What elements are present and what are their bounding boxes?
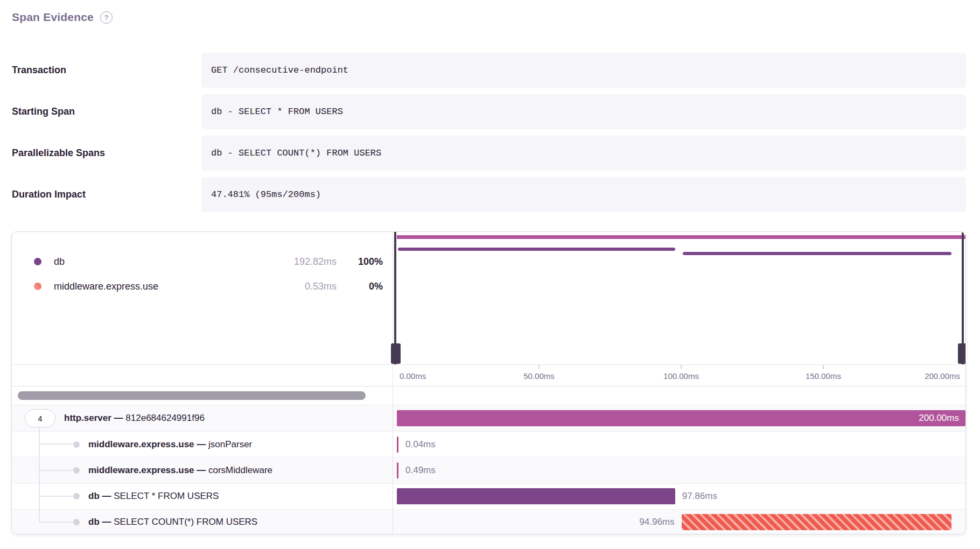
span-row[interactable]: middleware.express.use — jsonParser0.04m… (12, 431, 965, 457)
detail-value: GET /consecutive-endpoint (201, 53, 966, 88)
page-header: Span Evidence ? (12, 11, 113, 24)
legend-item: middleware.express.use0.53ms0% (12, 274, 393, 299)
axis-tick-label: 50.00ms (523, 371, 555, 380)
detail-label: Starting Span (12, 106, 201, 117)
legend-op-name: middleware.express.use (54, 281, 158, 292)
span-row-left: db — SELECT * FROM USERS (12, 484, 393, 509)
horizontal-scrollbar[interactable] (18, 391, 366, 400)
minimap-grip-left[interactable] (391, 343, 401, 364)
minimap[interactable] (393, 232, 965, 364)
panel-top-section: db192.82ms100%middleware.express.use0.53… (12, 232, 965, 364)
span-row-left: db — SELECT COUNT(*) FROM USERS (12, 510, 393, 534)
detail-value: 47.481% (95ms/200ms) (201, 177, 966, 212)
axis-tick (538, 365, 540, 369)
axis-tick (823, 365, 824, 369)
span-op-label: http.server — 812e684624991f96 (64, 413, 205, 424)
detail-value: db - SELECT * FROM USERS (201, 94, 966, 129)
detail-value: db - SELECT COUNT(*) FROM USERS (201, 136, 966, 171)
minimap-span-bar (397, 235, 965, 239)
span-row-waterfall: 94.96ms (393, 510, 965, 534)
axis-tick-label: 0.00ms (400, 371, 426, 380)
waterfall-bar (397, 437, 398, 453)
span-row[interactable]: db — SELECT * FROM USERS97.86ms (12, 483, 965, 509)
minimap-span-bar (398, 248, 675, 251)
span-count-badge[interactable]: 4 (25, 409, 55, 427)
help-icon[interactable]: ? (100, 11, 113, 24)
waterfall-bar (397, 488, 675, 504)
legend-duration: 192.82ms (267, 256, 337, 268)
tree-node-dot (73, 519, 80, 525)
span-op-label: middleware.express.use — corsMiddleware (88, 465, 272, 476)
legend-item: db192.82ms100% (12, 249, 393, 274)
span-row-left: middleware.express.use — jsonParser (12, 432, 393, 457)
evidence-panel: db192.82ms100%middleware.express.use0.53… (11, 231, 966, 534)
axis-tick-label: 200.00ms (925, 371, 960, 380)
legend-percent: 100% (337, 256, 383, 268)
detail-row: Parallelizable Spansdb - SELECT COUNT(*)… (12, 136, 966, 171)
duration-label: 0.04ms (405, 439, 436, 450)
span-tree: 4http.server — 812e684624991f96200.00msm… (12, 405, 965, 534)
legend-op-name: db (54, 256, 65, 268)
scrollbar-row (12, 386, 965, 405)
detail-label: Transaction (12, 65, 201, 76)
span-row-left: 4http.server — 812e684624991f96 (12, 405, 393, 431)
span-row-waterfall: 97.86ms (393, 484, 965, 509)
axis-left-spacer (12, 365, 393, 386)
tree-node-dot (73, 441, 80, 448)
waterfall-bar (397, 462, 398, 478)
detail-row: TransactionGET /consecutive-endpoint (12, 53, 966, 88)
detail-row: Starting Spandb - SELECT * FROM USERS (12, 94, 966, 129)
span-row-waterfall: 0.49ms (393, 458, 965, 483)
axis-tick (681, 365, 682, 369)
tree-node-dot (73, 467, 80, 474)
span-row-waterfall: 200.00ms (393, 405, 965, 431)
scrollbar-track (12, 386, 393, 405)
span-row[interactable]: middleware.express.use — corsMiddleware0… (12, 457, 965, 483)
span-op-label: middleware.express.use — jsonParser (88, 439, 252, 450)
span-row-waterfall: 0.04ms (393, 432, 965, 457)
legend-color-dot (34, 258, 41, 265)
detail-label: Duration Impact (12, 189, 201, 200)
legend-duration: 0.53ms (267, 281, 337, 292)
waterfall-bar: 200.00ms (397, 410, 965, 426)
span-row-left: middleware.express.use — corsMiddleware (12, 458, 393, 483)
span-legend: db192.82ms100%middleware.express.use0.53… (12, 232, 393, 364)
minimap-span-bar (683, 252, 951, 255)
axis-tick-label: 100.00ms (663, 371, 699, 380)
duration-label: 200.00ms (397, 410, 965, 426)
legend-percent: 0% (337, 281, 383, 292)
duration-label: 97.86ms (682, 491, 717, 502)
tree-node-dot (73, 493, 80, 499)
page-title: Span Evidence (12, 11, 94, 24)
span-row[interactable]: db — SELECT COUNT(*) FROM USERS94.96ms (12, 509, 965, 534)
time-axis: 0.00ms50.00ms100.00ms150.00ms200.00ms (393, 365, 965, 386)
detail-row: Duration Impact47.481% (95ms/200ms) (12, 177, 966, 212)
span-op-label: db — SELECT COUNT(*) FROM USERS (88, 517, 257, 527)
span-evidence-page: Span Evidence ? TransactionGET /consecut… (0, 0, 980, 549)
detail-label: Parallelizable Spans (12, 147, 201, 159)
duration-label: 0.49ms (405, 465, 436, 476)
time-axis-row: 0.00ms50.00ms100.00ms150.00ms200.00ms (12, 364, 965, 386)
span-op-label: db — SELECT * FROM USERS (88, 491, 219, 502)
axis-tick-label: 150.00ms (806, 371, 841, 380)
waterfall-bar (682, 514, 951, 530)
scrollbar-right-spacer (393, 386, 965, 405)
span-row[interactable]: 4http.server — 812e684624991f96200.00ms (12, 405, 965, 431)
minimap-grip-right[interactable] (958, 343, 966, 364)
legend-color-dot (34, 283, 41, 290)
details-list: TransactionGET /consecutive-endpointStar… (12, 53, 966, 212)
duration-label: 94.96ms (639, 517, 674, 527)
